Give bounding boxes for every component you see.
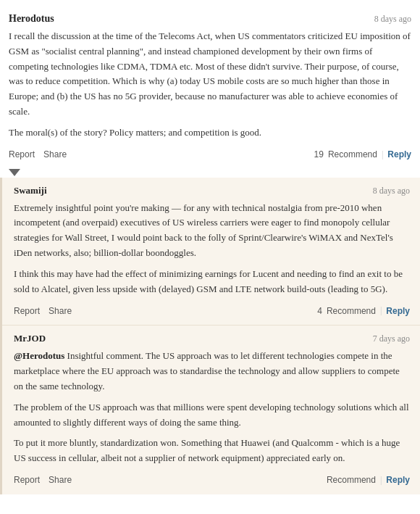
nested-comment-header-mrjod: MrJOD 7 days ago xyxy=(14,333,410,344)
comment-header: Herodotus 8 days ago xyxy=(9,13,411,25)
nested-right-actions-swamiji: 4 Recommend | Reply xyxy=(317,305,410,316)
nested-actions-mrjod: Report Share Recommend | Reply xyxy=(14,472,410,492)
comment-paragraph-2: The moral(s) of the story? Policy matter… xyxy=(9,125,411,141)
nested-right-actions-mrjod: Recommend | Reply xyxy=(327,475,410,486)
nested-comments: Swamiji 8 days ago Extremely insightful … xyxy=(0,178,420,494)
nested-comment-header-swamiji: Swamiji 8 days ago xyxy=(14,185,410,196)
nested-comment-body-mrjod: @Herodotus Insightful comment. The US ap… xyxy=(14,349,410,466)
comment-actions: Report Share 19 Recommend | Reply xyxy=(9,146,411,165)
report-link[interactable]: Report xyxy=(9,149,35,159)
nested-report-link-mrjod[interactable]: Report xyxy=(14,475,40,485)
mrjod-paragraph-1-text: Insightful comment. The US approach was … xyxy=(14,350,400,391)
nested-reply-button-swamiji[interactable]: Reply xyxy=(386,306,410,316)
separator: | xyxy=(382,149,383,160)
nested-timestamp-mrjod: 7 days ago xyxy=(373,333,410,344)
nested-left-actions-swamiji: Report Share xyxy=(14,306,72,316)
nested-recommend-label-mrjod[interactable]: Recommend xyxy=(327,475,376,485)
comment-thread: Herodotus 8 days ago I recall the discus… xyxy=(0,0,420,502)
nested-reply-button-mrjod[interactable]: Reply xyxy=(386,475,410,485)
mrjod-paragraph-1: @Herodotus Insightful comment. The US ap… xyxy=(14,349,410,394)
author-name: Herodotus xyxy=(9,13,54,25)
nested-comment-swamiji: Swamiji 8 days ago Extremely insightful … xyxy=(2,178,420,326)
left-actions: Report Share xyxy=(9,149,67,159)
nested-author-name-mrjod: MrJOD xyxy=(14,333,46,344)
right-actions: 19 Recommend | Reply xyxy=(314,149,411,160)
recommend-label[interactable]: Recommend xyxy=(328,149,377,159)
nested-left-actions-mrjod: Report Share xyxy=(14,475,72,485)
swamiji-paragraph-1: Extremely insightful point you're making… xyxy=(14,201,410,261)
expand-replies-icon[interactable] xyxy=(9,169,20,176)
comment-paragraph-1: I recall the discussion at the time of t… xyxy=(9,29,411,120)
recommend-count: 19 xyxy=(314,149,324,159)
expand-arrow-container xyxy=(0,167,420,178)
separator-3: | xyxy=(380,475,382,486)
nested-author-name-swamiji: Swamiji xyxy=(14,185,47,196)
nested-recommend-label-swamiji[interactable]: Recommend xyxy=(327,306,376,316)
comment-body: I recall the discussion at the time of t… xyxy=(9,29,411,141)
nested-comment-body-swamiji: Extremely insightful point you're making… xyxy=(14,201,410,297)
nested-recommend-count-swamiji: 4 xyxy=(317,306,322,316)
nested-report-link-swamiji[interactable]: Report xyxy=(14,306,40,316)
reply-button[interactable]: Reply xyxy=(387,149,411,159)
share-link[interactable]: Share xyxy=(43,149,67,159)
nested-timestamp-swamiji: 8 days ago xyxy=(373,186,410,196)
nested-comment-mrjod: MrJOD 7 days ago @Herodotus Insightful c… xyxy=(2,326,420,494)
mrjod-paragraph-3: To put it more bluntly, standardization … xyxy=(14,436,410,466)
nested-share-link-swamiji[interactable]: Share xyxy=(49,306,72,316)
nested-actions-swamiji: Report Share 4 Recommend | Reply xyxy=(14,302,410,322)
mention-herodotus: @Herodotus xyxy=(14,350,64,361)
swamiji-paragraph-2: I think this may have had the effect of … xyxy=(14,267,410,297)
top-level-comment: Herodotus 8 days ago I recall the discus… xyxy=(0,7,420,167)
separator-2: | xyxy=(380,305,382,316)
timestamp: 8 days ago xyxy=(374,14,411,25)
mrjod-paragraph-2: The problem of the US approach was that … xyxy=(14,400,410,431)
nested-share-link-mrjod[interactable]: Share xyxy=(49,475,72,485)
